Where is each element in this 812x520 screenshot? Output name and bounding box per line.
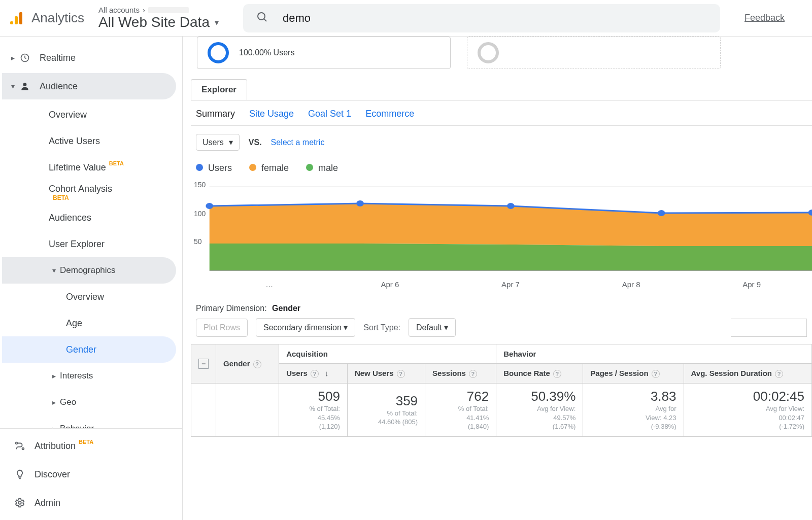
col-avg-session-duration[interactable]: Avg. Session Duration?	[684, 364, 811, 384]
primary-metric-value: Users	[202, 138, 224, 147]
svg-point-8	[22, 448, 24, 450]
nav-cohort-analysis-label: Cohort Analysis	[49, 184, 112, 194]
collapse-toggle[interactable]: −	[198, 359, 209, 369]
nav-behavior[interactable]: ▸ Behavior	[2, 415, 176, 428]
col-bounce-rate[interactable]: Bounce Rate?	[496, 364, 583, 384]
nav-discover[interactable]: Discover	[2, 461, 176, 488]
nav-attribution-label: Attribution	[35, 441, 76, 452]
search-bar[interactable]	[243, 4, 720, 32]
svg-point-9	[18, 501, 21, 504]
beta-badge: BETA	[109, 160, 124, 166]
svg-rect-2	[19, 12, 22, 24]
sort-type-picker[interactable]: Default ▾	[409, 318, 456, 337]
svg-point-3	[258, 13, 265, 20]
brand-block: Analytics	[8, 10, 84, 26]
nav-demographics-gender[interactable]: Gender	[2, 336, 176, 363]
nav-interests[interactable]: ▸ Interests	[2, 363, 176, 389]
search-input[interactable]	[282, 11, 707, 25]
trend-chart[interactable]: 150 100 50	[191, 177, 812, 278]
app-header: Analytics All accounts › All Web Site Da…	[0, 0, 812, 37]
col-users[interactable]: Users? ↓	[279, 364, 348, 384]
segment-all-users[interactable]: 100.00% Users	[197, 37, 451, 69]
clock-icon	[18, 53, 31, 63]
chevron-right-icon: ▸	[48, 398, 60, 406]
product-name: Analytics	[31, 10, 84, 26]
totals-bounce-rate: 50.39% Avg for View: 49.57% (1.67%)	[496, 384, 583, 437]
report-main: 100.00% Users Explorer Summary Site Usag…	[183, 37, 812, 520]
tab-goal-set-1[interactable]: Goal Set 1	[308, 109, 351, 119]
help-icon[interactable]: ?	[253, 360, 261, 368]
legend-dot-orange-icon	[249, 164, 256, 171]
legend-item-users: Users	[196, 163, 232, 174]
secondary-dimension-button[interactable]: Secondary dimension ▾	[256, 318, 355, 337]
segment-all-users-label: 100.00% Users	[239, 48, 294, 57]
feedback-link[interactable]: Feedback	[745, 13, 785, 23]
col-sessions[interactable]: Sessions?	[425, 364, 496, 384]
nav-admin[interactable]: Admin	[2, 490, 176, 516]
secondary-metric-link[interactable]: Select a metric	[271, 138, 325, 147]
tab-site-usage[interactable]: Site Usage	[249, 109, 294, 119]
view-selector[interactable]: All Web Site Data ▾	[98, 14, 219, 30]
x-tick-2: Apr 7	[450, 280, 571, 289]
nav-realtime-label: Realtime	[40, 53, 76, 63]
totals-avg-session-duration: 00:02:45 Avg for View: 00:02:47 (-1.72%)	[684, 384, 811, 437]
person-icon	[18, 81, 31, 91]
primary-metric-picker[interactable]: Users ▾	[196, 134, 240, 151]
nav-audience-overview[interactable]: Overview	[0, 101, 182, 128]
nav-demographics-gender-label: Gender	[66, 344, 96, 355]
help-icon[interactable]: ?	[652, 370, 660, 378]
nav-attribution[interactable]: Attribution BETA	[2, 433, 176, 459]
chevron-down-icon: ▾	[444, 323, 448, 332]
nav-demographics[interactable]: ▾ Demographics	[2, 257, 176, 284]
nav-user-explorer[interactable]: User Explorer	[0, 231, 182, 257]
nav-cohort-analysis[interactable]: Cohort Analysis BETA	[0, 181, 182, 204]
help-icon[interactable]: ?	[469, 370, 477, 378]
breadcrumb-prefix: All accounts	[98, 6, 140, 14]
col-new-users[interactable]: New Users?	[347, 364, 425, 384]
tab-summary[interactable]: Summary	[196, 109, 235, 119]
plot-rows-button[interactable]: Plot Rows	[196, 319, 248, 337]
nav-active-users-label: Active Users	[49, 136, 100, 147]
nav-lifetime-value[interactable]: Lifetime Value BETA	[0, 154, 182, 181]
segment-add[interactable]	[467, 37, 721, 69]
tab-ecommerce[interactable]: Ecommerce	[365, 109, 414, 119]
sort-type-label: Sort Type:	[363, 323, 400, 332]
lightbulb-icon	[13, 469, 26, 480]
svg-line-4	[264, 19, 266, 21]
col-pages-per-session[interactable]: Pages / Session?	[583, 364, 684, 384]
nav-admin-label: Admin	[35, 498, 60, 508]
nav-audiences[interactable]: Audiences	[0, 204, 182, 231]
svg-rect-1	[15, 16, 18, 24]
col-dimension[interactable]: Gender?	[216, 344, 279, 384]
chart-svg	[191, 177, 812, 278]
totals-new-users: 359 % of Total: 44.60% (805)	[347, 384, 425, 437]
y-tick-100: 100	[194, 210, 206, 218]
report-subtabs: Summary Site Usage Goal Set 1 Ecommerce	[191, 100, 812, 126]
nav-demographics-overview[interactable]: Overview	[2, 284, 176, 310]
nav-realtime[interactable]: ▸ Realtime	[2, 45, 176, 71]
analytics-logo-icon	[8, 10, 24, 26]
chevron-right-icon: ▸	[48, 372, 60, 380]
report-table: − Gender? Acquisition Behavior Use	[191, 344, 812, 437]
nav-geo[interactable]: ▸ Geo	[2, 389, 176, 415]
nav-audience[interactable]: ▾ Audience	[2, 73, 176, 99]
primary-dimension-value[interactable]: Gender	[272, 304, 300, 313]
help-icon[interactable]: ?	[553, 370, 561, 378]
nav-demographics-age[interactable]: Age	[2, 310, 176, 336]
legend-dot-blue-icon	[196, 164, 203, 171]
account-selector[interactable]: All accounts › All Web Site Data ▾	[98, 6, 219, 30]
x-tick-3: Apr 8	[571, 280, 692, 289]
nav-behavior-label: Behavior	[60, 424, 94, 428]
breadcrumb: All accounts ›	[98, 6, 219, 14]
help-icon[interactable]: ?	[311, 370, 319, 378]
table-search-input[interactable]	[731, 319, 807, 337]
table-toolbar: Plot Rows Secondary dimension ▾ Sort Typ…	[191, 318, 812, 344]
svg-point-15	[356, 200, 364, 206]
help-icon[interactable]: ?	[775, 370, 783, 378]
nav-active-users[interactable]: Active Users	[0, 128, 182, 154]
totals-sessions: 762 % of Total: 41.41% (1,840)	[425, 384, 496, 437]
help-icon[interactable]: ?	[397, 370, 405, 378]
explorer-tab[interactable]: Explorer	[191, 79, 247, 100]
svg-point-17	[658, 210, 665, 216]
series-female-area	[210, 203, 812, 246]
